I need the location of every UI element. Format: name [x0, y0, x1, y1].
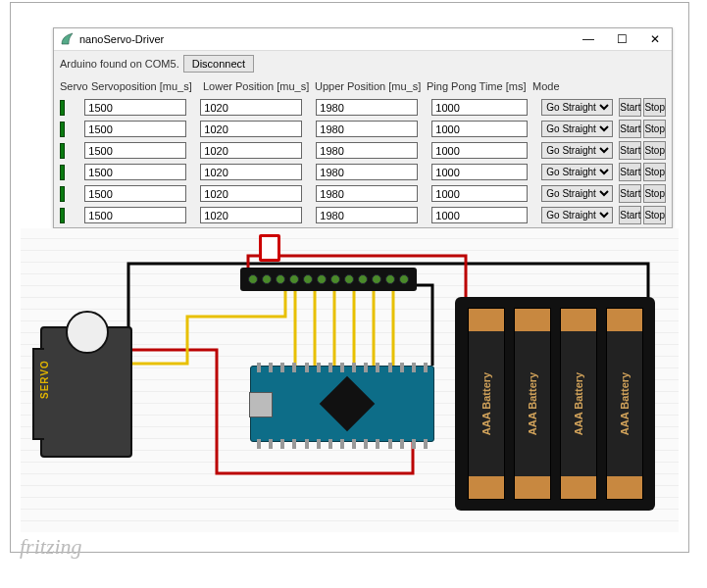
- lower-position-input[interactable]: [200, 142, 302, 159]
- status-row: Arduino found on COM5. Disconnect: [54, 51, 672, 76]
- servo-horn: [66, 311, 109, 354]
- upper-position-input[interactable]: [316, 99, 418, 116]
- servoposition-input[interactable]: [84, 99, 186, 116]
- titlebar: nanoServo-Driver — ☐ ✕: [54, 28, 672, 51]
- servo-row: Go StraightStartStop: [54, 120, 672, 141]
- battery-cell: AAA Battery: [514, 308, 551, 500]
- stop-button[interactable]: Stop: [643, 98, 666, 117]
- mode-select[interactable]: Go Straight: [541, 185, 613, 202]
- servo-led: [60, 122, 65, 137]
- header-pos: Servoposition [mu_s]: [91, 80, 203, 92]
- start-button[interactable]: Start: [619, 206, 641, 224]
- app-icon: [60, 32, 74, 46]
- start-button[interactable]: Start: [619, 141, 641, 160]
- stop-button[interactable]: Stop: [643, 141, 666, 160]
- servo-row: Go StraightStartStop: [54, 184, 672, 206]
- circuit-diagram: SERVO AAA Battery AAA Battery AAA Batter…: [21, 228, 679, 532]
- lower-position-input[interactable]: [200, 99, 302, 116]
- mcu-chip: [320, 376, 376, 432]
- stop-button[interactable]: Stop: [643, 184, 666, 203]
- mode-select[interactable]: Go Straight: [541, 121, 613, 137]
- close-button[interactable]: ✕: [638, 28, 672, 50]
- column-headers: Servo Servoposition [mu_s] Lower Positio…: [54, 76, 672, 98]
- pingpong-time-input[interactable]: [431, 164, 528, 180]
- servoposition-input[interactable]: [84, 121, 186, 137]
- pingpong-time-input[interactable]: [431, 142, 528, 159]
- maximize-button[interactable]: ☐: [605, 28, 638, 50]
- usb-port: [249, 392, 273, 417]
- battery-cell: AAA Battery: [606, 308, 643, 500]
- servoposition-input[interactable]: [84, 185, 186, 202]
- mode-select[interactable]: Go Straight: [541, 99, 613, 116]
- start-button[interactable]: Start: [619, 98, 641, 117]
- battery-cell: AAA Battery: [468, 308, 505, 500]
- battery-cell: AAA Battery: [560, 308, 597, 500]
- upper-position-input[interactable]: [316, 164, 418, 180]
- minimize-button[interactable]: —: [572, 28, 605, 50]
- app-frame: nanoServo-Driver — ☐ ✕ Arduino found on …: [10, 2, 689, 553]
- window-title: nanoServo-Driver: [79, 33, 572, 45]
- header-ping: Ping Pong Time [ms]: [427, 80, 532, 92]
- servo-led: [60, 100, 65, 116]
- start-button[interactable]: Start: [619, 120, 641, 138]
- header-up: Upper Position [mu_s]: [315, 80, 427, 92]
- servo-row: Go StraightStartStop: [54, 163, 672, 184]
- battery-holder: AAA Battery AAA Battery AAA Battery AAA …: [455, 297, 655, 511]
- stop-button[interactable]: Stop: [643, 206, 666, 224]
- header-mode: Mode: [532, 80, 611, 92]
- stop-button[interactable]: Stop: [643, 163, 666, 181]
- header-low: Lower Position [mu_s]: [203, 80, 315, 92]
- mode-select[interactable]: Go Straight: [541, 164, 613, 180]
- servo-motor: SERVO: [40, 326, 132, 458]
- servo-label: SERVO: [39, 360, 50, 399]
- pingpong-time-input[interactable]: [431, 121, 528, 137]
- lower-position-input[interactable]: [200, 121, 302, 137]
- servo-row: Go StraightStartStop: [54, 141, 672, 163]
- driver-window: nanoServo-Driver — ☐ ✕ Arduino found on …: [53, 27, 673, 228]
- lower-position-input[interactable]: [200, 164, 302, 180]
- servoposition-input[interactable]: [84, 164, 186, 180]
- pingpong-time-input[interactable]: [431, 207, 528, 223]
- upper-position-input[interactable]: [316, 207, 418, 223]
- servo-led: [60, 143, 65, 159]
- servo-led: [60, 208, 65, 223]
- servo-led: [60, 186, 65, 202]
- mode-select[interactable]: Go Straight: [541, 142, 613, 159]
- status-text: Arduino found on COM5.: [60, 58, 179, 70]
- start-button[interactable]: Start: [619, 163, 641, 181]
- lower-position-input[interactable]: [200, 207, 302, 223]
- stop-button[interactable]: Stop: [643, 120, 666, 138]
- header-strip: [240, 268, 417, 291]
- upper-position-input[interactable]: [316, 142, 418, 159]
- jumper-block: [259, 234, 280, 262]
- fritzing-watermark: fritzing: [20, 534, 82, 560]
- pingpong-time-input[interactable]: [431, 185, 528, 202]
- lower-position-input[interactable]: [200, 185, 302, 202]
- servo-led: [60, 165, 65, 180]
- servo-row: Go StraightStartStop: [54, 98, 672, 120]
- arduino-nano: [250, 366, 434, 442]
- servoposition-input[interactable]: [84, 142, 186, 159]
- disconnect-button[interactable]: Disconnect: [183, 55, 254, 73]
- servoposition-input[interactable]: [84, 207, 186, 223]
- servo-row: Go StraightStartStop: [54, 206, 672, 227]
- pingpong-time-input[interactable]: [431, 99, 528, 116]
- servo-rows: Go StraightStartStopGo StraightStartStop…: [54, 98, 672, 227]
- mode-select[interactable]: Go Straight: [541, 207, 613, 223]
- start-button[interactable]: Start: [619, 184, 641, 203]
- upper-position-input[interactable]: [316, 121, 418, 137]
- upper-position-input[interactable]: [316, 185, 418, 202]
- header-servo: Servo: [60, 80, 91, 92]
